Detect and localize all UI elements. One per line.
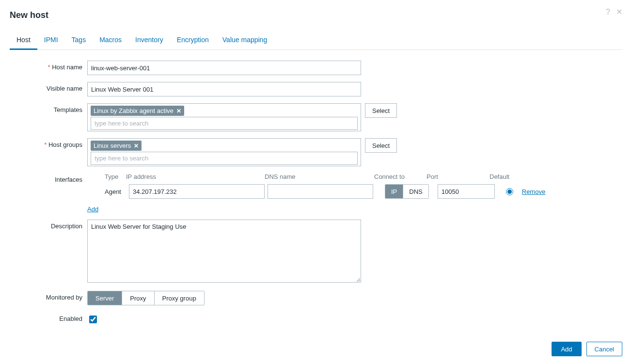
iface-header-port: Port	[427, 173, 490, 180]
iface-port-input[interactable]	[438, 184, 495, 199]
iface-type: Agent	[105, 188, 126, 195]
monitored-by-proxy-group[interactable]: Proxy group	[155, 291, 204, 305]
add-button[interactable]: Add	[552, 342, 581, 356]
close-icon[interactable]: ✕	[616, 8, 622, 16]
label-visible-name: Visible name	[10, 82, 87, 92]
monitored-by-proxy[interactable]: Proxy	[122, 291, 154, 305]
host-groups-search-input[interactable]	[91, 152, 358, 165]
iface-header-type: Type	[105, 173, 126, 180]
label-templates: Templates	[10, 103, 87, 113]
label-description: Description	[10, 220, 87, 230]
host-group-chip: Linux servers ✕	[91, 141, 142, 151]
templates-search-input[interactable]	[91, 117, 358, 130]
label-host-name: Host name	[10, 61, 87, 71]
dialog-footer: Add Cancel	[552, 342, 622, 356]
iface-connect-ip[interactable]: IP	[385, 185, 403, 198]
iface-header-dns: DNS name	[265, 173, 374, 180]
tab-encryption[interactable]: Encryption	[170, 32, 216, 50]
iface-default-radio[interactable]	[506, 188, 513, 195]
description-textarea[interactable]: Linux Web Server for Staging Use	[87, 220, 361, 283]
template-chip-remove-icon[interactable]: ✕	[176, 108, 181, 114]
form-area: Host name Visible name Templates Linux b…	[10, 50, 622, 325]
label-enabled: Enabled	[10, 312, 87, 322]
iface-ip-input[interactable]	[129, 184, 265, 199]
iface-header-default: Default	[490, 173, 519, 180]
iface-dns-input[interactable]	[268, 184, 373, 199]
enabled-checkbox[interactable]	[89, 316, 97, 323]
visible-name-input[interactable]	[87, 82, 361, 96]
tab-macros[interactable]: Macros	[93, 32, 128, 50]
host-groups-box[interactable]: Linux servers ✕	[87, 138, 361, 166]
iface-connect-dns[interactable]: DNS	[403, 185, 428, 198]
interface-row: Agent IP DNS Remove	[87, 184, 622, 199]
iface-header-connect: Connect to	[374, 173, 427, 180]
add-interface-link[interactable]: Add	[87, 206, 98, 213]
host-name-input[interactable]	[87, 61, 361, 75]
label-interfaces: Interfaces	[10, 173, 87, 183]
iface-connect-toggle: IP DNS	[385, 184, 429, 199]
tab-ipmi[interactable]: IPMI	[37, 32, 65, 50]
label-monitored-by: Monitored by	[10, 291, 87, 301]
new-host-dialog: ? ✕ New host Host IPMI Tags Macros Inven…	[0, 0, 632, 364]
tab-bar: Host IPMI Tags Macros Inventory Encrypti…	[10, 32, 622, 50]
tab-tags[interactable]: Tags	[65, 32, 93, 50]
host-groups-select-button[interactable]: Select	[365, 138, 397, 153]
host-group-chip-label: Linux servers	[94, 142, 131, 149]
iface-remove-link[interactable]: Remove	[522, 188, 545, 195]
label-host-groups: Host groups	[10, 138, 87, 148]
dialog-title: New host	[10, 10, 622, 20]
cancel-button[interactable]: Cancel	[586, 342, 622, 356]
monitored-by-toggle: Server Proxy Proxy group	[87, 291, 205, 305]
iface-header-ip: IP address	[126, 173, 265, 180]
templates-box[interactable]: Linux by Zabbix agent active ✕	[87, 103, 361, 131]
help-icon[interactable]: ?	[606, 8, 610, 16]
tab-host[interactable]: Host	[10, 32, 37, 50]
tab-value-mapping[interactable]: Value mapping	[216, 32, 274, 50]
tab-inventory[interactable]: Inventory	[128, 32, 170, 50]
templates-select-button[interactable]: Select	[365, 103, 397, 118]
interfaces-header: Type IP address DNS name Connect to Port…	[87, 173, 622, 180]
monitored-by-server[interactable]: Server	[88, 291, 122, 305]
template-chip: Linux by Zabbix agent active ✕	[91, 106, 184, 116]
template-chip-label: Linux by Zabbix agent active	[94, 107, 174, 114]
host-group-chip-remove-icon[interactable]: ✕	[134, 143, 139, 149]
window-controls: ? ✕	[606, 8, 622, 16]
